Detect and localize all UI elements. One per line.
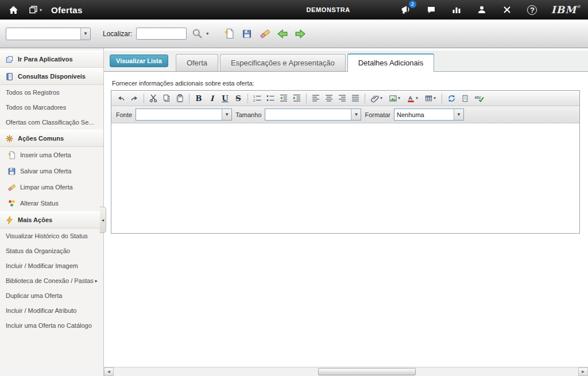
link-icon[interactable]: ▾	[368, 92, 385, 104]
editor-label: Fornecer informações adicionais sobre es…	[112, 80, 580, 87]
tab-especificacoes-apresentacao[interactable]: Especificações e Apresentação	[220, 54, 346, 71]
scroll-right-button[interactable]: ►	[578, 367, 588, 376]
sidebar-item-salvar-oferta[interactable]: Salvar uma Oferta	[0, 163, 103, 179]
size-label: Tamanho	[235, 111, 261, 118]
rich-text-editor: B I U S 12	[111, 90, 580, 234]
font-select[interactable]: ▼	[136, 108, 232, 121]
sidebar-action-label: Inserir uma Oferta	[20, 152, 71, 158]
redo-icon[interactable]	[128, 92, 141, 104]
view-combobox-value	[6, 28, 80, 40]
ibm-text: IBM	[551, 4, 577, 15]
sidebar-collapse-handle[interactable]: ◄	[100, 207, 106, 233]
sidebar-item-duplicar-oferta[interactable]: Duplicar uma Oferta	[0, 288, 103, 303]
align-left-icon[interactable]	[310, 92, 322, 104]
main-content: Visualizar Lista Oferta Especificações e…	[104, 48, 588, 376]
font-color-icon[interactable]: A ▾	[404, 92, 421, 104]
sidebar-item-limpar-oferta[interactable]: Limpar uma Oferta	[0, 179, 103, 195]
close-icon[interactable]	[501, 3, 513, 16]
home-icon[interactable]	[7, 3, 20, 16]
paste-icon[interactable]	[173, 92, 186, 104]
editor-toolbar-fonts: Fonte ▼ Tamanho ▼ Formatar Nenhuma ▼	[111, 106, 579, 123]
sidebar-item-status-organizacao[interactable]: Status da Organização	[0, 243, 103, 258]
view-combobox[interactable]: ▼	[6, 28, 91, 40]
sidebar-header-queries[interactable]: Consultas Disponíveis	[0, 68, 103, 85]
save-icon[interactable]	[240, 27, 254, 41]
user-icon[interactable]	[475, 3, 488, 16]
queries-icon	[5, 72, 14, 81]
sidebar-item-ofertas-classificacao[interactable]: Ofertas com Classificação Se...	[0, 115, 103, 130]
chevron-down-icon: ▾	[434, 96, 436, 100]
chevron-down-icon[interactable]: ▾	[206, 31, 208, 36]
sidebar-item-todos-os-registros[interactable]: Todos os Registros	[0, 85, 103, 100]
cut-icon[interactable]	[147, 92, 160, 104]
chevron-down-icon: ▾	[398, 96, 400, 100]
sidebar-item-biblioteca-conexao-pastas[interactable]: Biblioteca de Conexão / Pastas ▸	[0, 273, 103, 288]
sidebar-header-label: Consultas Disponíveis	[18, 73, 86, 80]
new-record-icon[interactable]: ★	[222, 27, 236, 41]
sidebar-item-incluir-modificar-atributo[interactable]: Incluir / Modificar Atributo	[0, 303, 103, 318]
strikethrough-icon[interactable]: S	[232, 92, 245, 104]
italic-icon[interactable]: I	[206, 92, 218, 104]
top-navigation-bar: ▾ Ofertas DEMONSTRA 2 ? IBM®	[0, 0, 588, 20]
align-center-icon[interactable]	[323, 92, 335, 104]
bullet-list-icon[interactable]	[264, 92, 277, 104]
insert-image-icon[interactable]: ▾	[386, 92, 403, 104]
announcements-icon[interactable]: 2	[400, 3, 412, 16]
font-label: Fonte	[116, 111, 132, 118]
tab-oferta[interactable]: Oferta	[176, 54, 218, 71]
applications-menu-icon[interactable]: ▾	[29, 5, 42, 14]
bold-icon[interactable]: B	[192, 92, 205, 104]
undo-icon[interactable]	[115, 92, 127, 104]
sidebar-item-todos-os-marcadores[interactable]: Todos os Marcadores	[0, 100, 103, 115]
chat-icon[interactable]	[425, 3, 438, 16]
sidebar-item-visualizar-historico-status[interactable]: Visualizar Histórico do Status	[0, 228, 103, 243]
scrollbar-track[interactable]	[114, 367, 578, 376]
align-right-icon[interactable]	[336, 92, 349, 104]
sidebar-header-label: Ações Comuns	[18, 135, 64, 142]
notification-badge: 2	[409, 1, 416, 8]
copy-page-icon[interactable]	[458, 92, 471, 104]
reports-icon[interactable]	[450, 3, 463, 16]
copy-icon[interactable]	[160, 92, 173, 104]
submenu-arrow-icon: ▸	[95, 278, 98, 284]
numbered-list-icon[interactable]: 12	[251, 92, 264, 104]
size-select[interactable]: ▼	[265, 108, 361, 121]
back-icon[interactable]	[276, 27, 289, 41]
view-list-button[interactable]: Visualizar Lista	[110, 55, 168, 67]
outdent-icon[interactable]	[277, 92, 290, 104]
sidebar-item-incluir-oferta-catalogo[interactable]: Incluir uma Oferta no Catálogo	[0, 318, 103, 333]
indent-icon[interactable]	[291, 92, 303, 104]
format-label: Formatar	[365, 111, 390, 118]
sidebar-item-inserir-oferta[interactable]: ★ Inserir uma Oferta	[0, 147, 103, 163]
justify-icon[interactable]	[349, 92, 362, 104]
sidebar-action-label: Salvar uma Oferta	[20, 168, 71, 175]
svg-text:2: 2	[253, 99, 256, 102]
forward-icon[interactable]	[293, 27, 307, 41]
content-area: Ir Para Aplicativos Consultas Disponívei…	[0, 48, 588, 376]
sidebar-header-common-actions[interactable]: Ações Comuns	[0, 130, 103, 147]
localizar-input[interactable]	[136, 28, 187, 40]
sidebar-item-incluir-modificar-imagem[interactable]: Incluir / Modificar Imagem	[0, 258, 103, 273]
underline-icon[interactable]: U	[219, 92, 231, 104]
chevron-down-icon[interactable]: ▼	[80, 28, 90, 40]
current-user-label: DEMONSTRA	[307, 6, 350, 13]
scrollbar-thumb[interactable]	[318, 368, 416, 375]
sidebar-item-go-to-apps[interactable]: Ir Para Aplicativos	[0, 51, 103, 68]
sidebar-header-label: Ir Para Aplicativos	[18, 56, 73, 63]
insert-table-icon[interactable]: ▾	[421, 92, 439, 104]
format-select[interactable]: Nenhuma ▼	[394, 108, 464, 121]
tab-detalhes-adicionais[interactable]: Detalhes Adicionais	[347, 53, 434, 72]
clear-icon[interactable]	[258, 27, 272, 41]
sidebar-header-more-actions[interactable]: Mais Ações	[0, 211, 103, 228]
sidebar-header-label: Mais Ações	[18, 216, 52, 223]
horizontal-scrollbar[interactable]: ◄ ►	[104, 367, 588, 376]
search-icon[interactable]	[191, 27, 204, 41]
sidebar-item-alterar-status[interactable]: Alterar Status	[0, 195, 103, 211]
sidebar-link-label: Biblioteca de Conexão / Pastas	[6, 277, 94, 284]
editor-content[interactable]	[111, 123, 579, 233]
help-icon[interactable]: ?	[526, 3, 539, 16]
source-icon[interactable]	[445, 92, 458, 104]
page-title: Ofertas	[51, 5, 83, 15]
spellcheck-icon[interactable]: abc	[471, 92, 486, 104]
scroll-left-button[interactable]: ◄	[104, 367, 114, 376]
